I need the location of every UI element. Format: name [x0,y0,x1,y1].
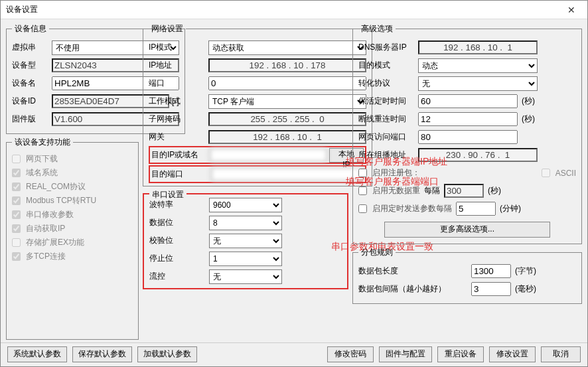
feature-item-6: 存储扩展EX功能 [12,236,133,250]
advanced-legend: 高级选项 [358,23,396,35]
dest-port-input[interactable] [211,167,364,181]
feature-item-7: 多TCP连接 [12,250,133,263]
keepalive-input[interactable] [418,94,518,108]
reconnect-label: 断线重连时间 [358,113,418,125]
subnet-value [208,112,366,126]
baud-select[interactable]: 9600 [209,198,282,212]
parity-select[interactable]: 无 [209,234,282,248]
feature-label: 自动获取IP [26,223,65,234]
change-pwd-button[interactable]: 修改密码 [327,346,374,362]
packet-len-input[interactable] [471,264,511,278]
port-label: 端口 [149,78,208,89]
network-group: 网络设置 IP模式 动态获取 IP地址 端口 工作模式 TCP 客户端 子网掩码… [143,23,372,186]
network-legend: 网络设置 [149,23,186,35]
content: 设备信息 虚拟串 不使用 设备型 设备名 设备ID [1,19,587,342]
dns-label: DNS服务器IP [358,42,418,53]
advanced-group: 高级选项 DNS服务器IP 目的模式 动态 转化协议 无 保活定时时间 (秒) … [352,23,582,244]
subnet-label: 子网掩码 [149,113,208,125]
cancel-button[interactable]: 取消 [541,346,581,362]
reconnect-unit: (秒) [522,113,535,125]
feature-checkbox [12,252,21,261]
timed-value[interactable] [456,202,496,216]
device-info-legend: 设备信息 [12,23,49,35]
feature-checkbox [12,224,21,233]
dest-ip-input[interactable] [210,148,327,162]
serial-group-box: 串口设置 波特率 9600 数据位 8 校验位 无 停止位 1 流控 无 串口参… [143,193,348,289]
load-default-button[interactable]: 加载默认参数 [137,346,197,362]
feature-item-1: 域名系统 [12,166,133,180]
dest-port-label: 目的端口 [151,169,211,180]
feature-label: 多TCP连接 [26,251,66,262]
sys-default-button[interactable]: 系统默认参数 [7,346,67,362]
feature-label: 存储扩展EX功能 [26,237,84,248]
features-group: 该设备支持功能 网页下载域名系统REAL_COM协议Modbus TCP转RTU… [6,137,139,340]
ip-mode-label: IP模式 [149,42,208,53]
feature-checkbox [12,210,21,219]
annotation-ip: 填写客户服务器端IP地址 [346,156,447,168]
flowctrl-label: 流控 [149,271,209,282]
titlebar: 设备设置 ✕ [1,1,587,19]
reconnect-input[interactable] [418,112,518,126]
stopbits-label: 停止位 [149,253,209,264]
feature-checkbox [12,238,21,247]
proto-select[interactable]: 无 [418,76,538,91]
feature-label: 域名系统 [26,167,58,179]
feature-item-2: REAL_COM协议 [12,180,133,194]
packet-interval-label: 数据包间隔（越小越好） [358,283,471,295]
apply-button[interactable]: 修改设置 [489,346,536,362]
restart-button[interactable]: 重启设备 [437,346,484,362]
feature-label: Modbus TCP转RTU [26,195,96,206]
feature-checkbox [12,196,21,205]
databits-label: 数据位 [149,217,209,228]
webport-label: 网页访问端口 [358,131,418,143]
device-id-label: 设备ID [12,96,52,107]
packet-legend: 分包规则 [358,247,396,258]
firmware-label: 固件版 [12,113,52,125]
work-mode-label: 工作模式 [149,96,208,107]
work-mode-select[interactable]: TCP 客户端 [208,94,366,109]
features-legend: 该设备支持功能 [12,137,73,148]
stopbits-select[interactable]: 1 [209,252,282,266]
feature-item-5: 自动获取IP [12,222,133,236]
ip-addr-value [208,58,366,72]
gateway-label: 网关 [149,131,208,143]
window-title: 设备设置 [6,4,38,15]
flowctrl-select[interactable]: 无 [209,269,282,284]
feature-item-4: 串口修改参数 [12,208,133,222]
packet-group: 分包规则 数据包长度 (字节) 数据包间隔（越小越好） (毫秒) [352,247,582,304]
dns-value [418,40,538,54]
ip-addr-label: IP地址 [149,60,208,71]
device-name-label: 设备名 [12,78,52,89]
port-input[interactable] [208,76,366,90]
virtual-com-label: 虚拟串 [12,42,52,53]
timed-checkbox[interactable] [358,204,367,213]
feature-label: REAL_COM协议 [26,181,86,192]
packet-len-label: 数据包长度 [358,265,471,277]
feature-checkbox [12,183,21,191]
parity-label: 校验位 [149,235,209,246]
more-advanced-button[interactable]: 更多高级选项... [384,222,550,238]
feature-label: 串口修改参数 [26,209,74,220]
dest-mode-select[interactable]: 动态 [418,58,538,73]
settings-window: 设备设置 ✕ 设备信息 虚拟串 不使用 设备型 设备名 [0,0,588,367]
fw-config-button[interactable]: 固件与配置 [379,346,432,362]
keepalive-unit: (秒) [522,96,535,107]
save-default-button[interactable]: 保存默认参数 [72,346,132,362]
ip-mode-select[interactable]: 动态获取 [208,40,366,55]
timed-check[interactable]: 启用定时发送参数每隔 [358,202,452,216]
proto-label: 转化协议 [358,78,418,89]
close-icon[interactable]: ✕ [558,5,585,15]
feature-item-0: 网页下载 [12,152,133,166]
feature-checkbox [12,155,21,163]
webport-input[interactable] [418,130,518,144]
packet-interval-input[interactable] [471,282,511,296]
keepalive-label: 保活定时时间 [358,96,418,107]
feature-checkbox [12,169,21,177]
gateway-value [208,130,366,144]
device-type-label: 设备型 [12,60,52,71]
footer: 系统默认参数 保存默认参数 加载默认参数 修改密码 固件与配置 重启设备 修改设… [1,342,587,366]
dest-mode-label: 目的模式 [358,60,418,71]
annotation-port: 填写客户服务器端端口 [346,176,439,188]
databits-select[interactable]: 8 [209,216,282,230]
baud-label: 波特率 [149,199,209,210]
